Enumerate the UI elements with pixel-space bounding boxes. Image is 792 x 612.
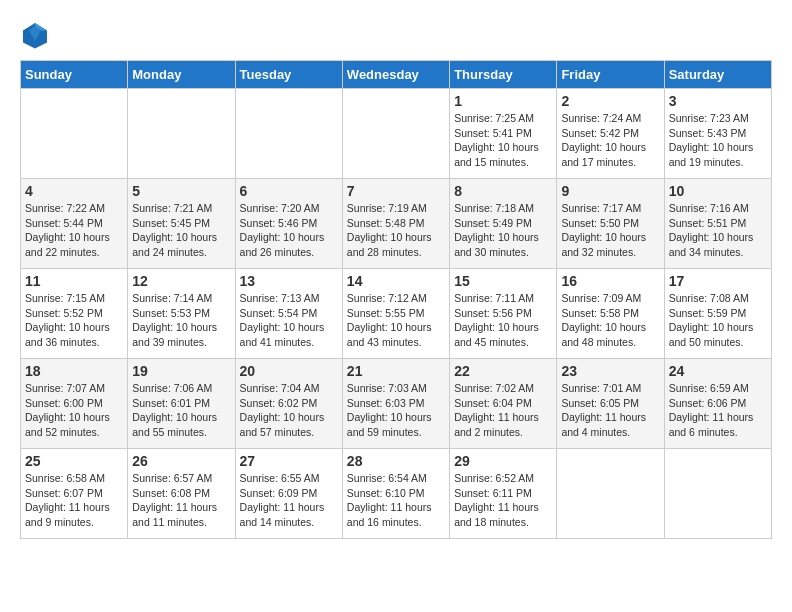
logo — [20, 20, 54, 50]
day-number: 26 — [132, 453, 230, 469]
day-info: Sunrise: 7:17 AM Sunset: 5:50 PM Dayligh… — [561, 201, 659, 260]
calendar-cell: 3Sunrise: 7:23 AM Sunset: 5:43 PM Daylig… — [664, 89, 771, 179]
header-tuesday: Tuesday — [235, 61, 342, 89]
day-info: Sunrise: 7:14 AM Sunset: 5:53 PM Dayligh… — [132, 291, 230, 350]
calendar-cell: 18Sunrise: 7:07 AM Sunset: 6:00 PM Dayli… — [21, 359, 128, 449]
calendar-cell: 1Sunrise: 7:25 AM Sunset: 5:41 PM Daylig… — [450, 89, 557, 179]
day-info: Sunrise: 7:07 AM Sunset: 6:00 PM Dayligh… — [25, 381, 123, 440]
calendar-cell — [342, 89, 449, 179]
day-info: Sunrise: 6:55 AM Sunset: 6:09 PM Dayligh… — [240, 471, 338, 530]
day-info: Sunrise: 6:57 AM Sunset: 6:08 PM Dayligh… — [132, 471, 230, 530]
day-info: Sunrise: 7:15 AM Sunset: 5:52 PM Dayligh… — [25, 291, 123, 350]
day-number: 17 — [669, 273, 767, 289]
day-number: 22 — [454, 363, 552, 379]
day-info: Sunrise: 7:24 AM Sunset: 5:42 PM Dayligh… — [561, 111, 659, 170]
header-monday: Monday — [128, 61, 235, 89]
day-info: Sunrise: 7:19 AM Sunset: 5:48 PM Dayligh… — [347, 201, 445, 260]
header-saturday: Saturday — [664, 61, 771, 89]
day-number: 11 — [25, 273, 123, 289]
day-number: 16 — [561, 273, 659, 289]
day-info: Sunrise: 6:59 AM Sunset: 6:06 PM Dayligh… — [669, 381, 767, 440]
calendar-cell — [557, 449, 664, 539]
calendar-cell: 25Sunrise: 6:58 AM Sunset: 6:07 PM Dayli… — [21, 449, 128, 539]
calendar-cell — [128, 89, 235, 179]
calendar-cell: 4Sunrise: 7:22 AM Sunset: 5:44 PM Daylig… — [21, 179, 128, 269]
day-info: Sunrise: 7:04 AM Sunset: 6:02 PM Dayligh… — [240, 381, 338, 440]
calendar-cell: 12Sunrise: 7:14 AM Sunset: 5:53 PM Dayli… — [128, 269, 235, 359]
calendar-cell: 27Sunrise: 6:55 AM Sunset: 6:09 PM Dayli… — [235, 449, 342, 539]
calendar-week-3: 11Sunrise: 7:15 AM Sunset: 5:52 PM Dayli… — [21, 269, 772, 359]
day-number: 10 — [669, 183, 767, 199]
day-number: 9 — [561, 183, 659, 199]
day-info: Sunrise: 7:11 AM Sunset: 5:56 PM Dayligh… — [454, 291, 552, 350]
day-info: Sunrise: 7:12 AM Sunset: 5:55 PM Dayligh… — [347, 291, 445, 350]
day-info: Sunrise: 7:03 AM Sunset: 6:03 PM Dayligh… — [347, 381, 445, 440]
day-number: 18 — [25, 363, 123, 379]
day-number: 7 — [347, 183, 445, 199]
day-info: Sunrise: 6:52 AM Sunset: 6:11 PM Dayligh… — [454, 471, 552, 530]
day-number: 14 — [347, 273, 445, 289]
day-info: Sunrise: 7:23 AM Sunset: 5:43 PM Dayligh… — [669, 111, 767, 170]
calendar-cell: 10Sunrise: 7:16 AM Sunset: 5:51 PM Dayli… — [664, 179, 771, 269]
day-info: Sunrise: 7:21 AM Sunset: 5:45 PM Dayligh… — [132, 201, 230, 260]
calendar-cell: 22Sunrise: 7:02 AM Sunset: 6:04 PM Dayli… — [450, 359, 557, 449]
calendar-cell: 5Sunrise: 7:21 AM Sunset: 5:45 PM Daylig… — [128, 179, 235, 269]
calendar-cell: 16Sunrise: 7:09 AM Sunset: 5:58 PM Dayli… — [557, 269, 664, 359]
calendar-cell: 29Sunrise: 6:52 AM Sunset: 6:11 PM Dayli… — [450, 449, 557, 539]
day-number: 20 — [240, 363, 338, 379]
day-number: 3 — [669, 93, 767, 109]
day-info: Sunrise: 7:01 AM Sunset: 6:05 PM Dayligh… — [561, 381, 659, 440]
calendar-cell — [21, 89, 128, 179]
calendar-cell: 6Sunrise: 7:20 AM Sunset: 5:46 PM Daylig… — [235, 179, 342, 269]
calendar-cell: 15Sunrise: 7:11 AM Sunset: 5:56 PM Dayli… — [450, 269, 557, 359]
calendar-cell — [664, 449, 771, 539]
day-number: 13 — [240, 273, 338, 289]
day-info: Sunrise: 7:02 AM Sunset: 6:04 PM Dayligh… — [454, 381, 552, 440]
calendar-cell: 23Sunrise: 7:01 AM Sunset: 6:05 PM Dayli… — [557, 359, 664, 449]
calendar-table: SundayMondayTuesdayWednesdayThursdayFrid… — [20, 60, 772, 539]
calendar-cell: 26Sunrise: 6:57 AM Sunset: 6:08 PM Dayli… — [128, 449, 235, 539]
day-info: Sunrise: 7:09 AM Sunset: 5:58 PM Dayligh… — [561, 291, 659, 350]
day-number: 27 — [240, 453, 338, 469]
day-number: 4 — [25, 183, 123, 199]
calendar-cell: 11Sunrise: 7:15 AM Sunset: 5:52 PM Dayli… — [21, 269, 128, 359]
day-info: Sunrise: 7:18 AM Sunset: 5:49 PM Dayligh… — [454, 201, 552, 260]
day-number: 19 — [132, 363, 230, 379]
calendar-cell: 28Sunrise: 6:54 AM Sunset: 6:10 PM Dayli… — [342, 449, 449, 539]
calendar-cell: 20Sunrise: 7:04 AM Sunset: 6:02 PM Dayli… — [235, 359, 342, 449]
header-friday: Friday — [557, 61, 664, 89]
calendar-week-5: 25Sunrise: 6:58 AM Sunset: 6:07 PM Dayli… — [21, 449, 772, 539]
header-wednesday: Wednesday — [342, 61, 449, 89]
calendar-week-1: 1Sunrise: 7:25 AM Sunset: 5:41 PM Daylig… — [21, 89, 772, 179]
day-number: 15 — [454, 273, 552, 289]
calendar-cell: 21Sunrise: 7:03 AM Sunset: 6:03 PM Dayli… — [342, 359, 449, 449]
calendar-cell: 13Sunrise: 7:13 AM Sunset: 5:54 PM Dayli… — [235, 269, 342, 359]
day-number: 2 — [561, 93, 659, 109]
logo-icon — [20, 20, 50, 50]
day-number: 24 — [669, 363, 767, 379]
calendar-cell: 24Sunrise: 6:59 AM Sunset: 6:06 PM Dayli… — [664, 359, 771, 449]
day-info: Sunrise: 7:08 AM Sunset: 5:59 PM Dayligh… — [669, 291, 767, 350]
day-info: Sunrise: 6:54 AM Sunset: 6:10 PM Dayligh… — [347, 471, 445, 530]
calendar-week-2: 4Sunrise: 7:22 AM Sunset: 5:44 PM Daylig… — [21, 179, 772, 269]
day-info: Sunrise: 7:16 AM Sunset: 5:51 PM Dayligh… — [669, 201, 767, 260]
calendar-cell: 9Sunrise: 7:17 AM Sunset: 5:50 PM Daylig… — [557, 179, 664, 269]
day-number: 23 — [561, 363, 659, 379]
calendar-cell — [235, 89, 342, 179]
day-number: 1 — [454, 93, 552, 109]
day-number: 12 — [132, 273, 230, 289]
calendar-week-4: 18Sunrise: 7:07 AM Sunset: 6:00 PM Dayli… — [21, 359, 772, 449]
calendar-cell: 7Sunrise: 7:19 AM Sunset: 5:48 PM Daylig… — [342, 179, 449, 269]
day-number: 8 — [454, 183, 552, 199]
header-sunday: Sunday — [21, 61, 128, 89]
day-number: 5 — [132, 183, 230, 199]
day-number: 25 — [25, 453, 123, 469]
calendar-cell: 2Sunrise: 7:24 AM Sunset: 5:42 PM Daylig… — [557, 89, 664, 179]
day-info: Sunrise: 6:58 AM Sunset: 6:07 PM Dayligh… — [25, 471, 123, 530]
header-thursday: Thursday — [450, 61, 557, 89]
day-number: 29 — [454, 453, 552, 469]
day-number: 21 — [347, 363, 445, 379]
calendar-cell: 19Sunrise: 7:06 AM Sunset: 6:01 PM Dayli… — [128, 359, 235, 449]
calendar-cell: 14Sunrise: 7:12 AM Sunset: 5:55 PM Dayli… — [342, 269, 449, 359]
day-info: Sunrise: 7:22 AM Sunset: 5:44 PM Dayligh… — [25, 201, 123, 260]
